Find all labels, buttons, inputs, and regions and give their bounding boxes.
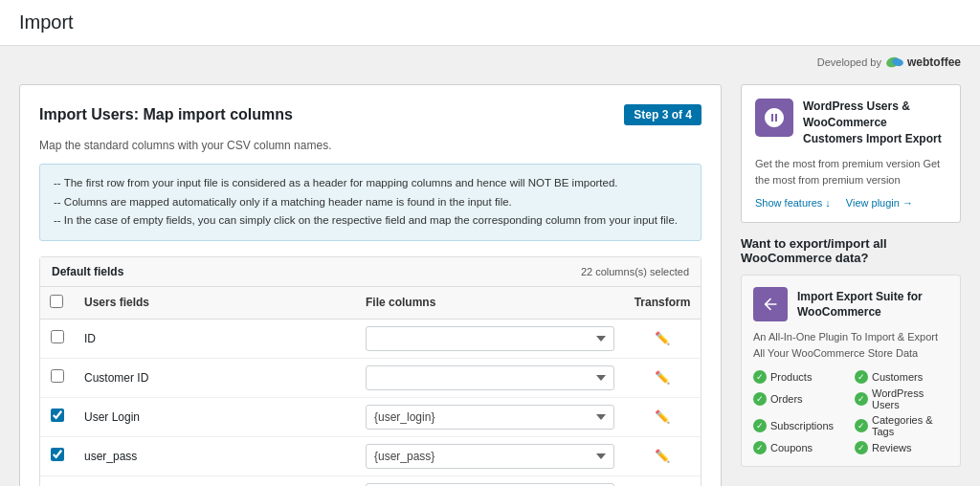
- row-transform-cell: ✏️: [624, 475, 701, 486]
- file-column-select[interactable]: {user_login}: [366, 405, 614, 430]
- col-transform-header: Transform: [624, 287, 701, 320]
- check-circle-icon: ✓: [753, 392, 767, 406]
- row-checkbox-cell: [40, 397, 75, 436]
- view-plugin-link[interactable]: View plugin →: [846, 197, 913, 209]
- info-line-2: -- Columns are mapped automatically only…: [54, 193, 687, 212]
- card-header: Import Users: Map import columns Step 3 …: [39, 104, 702, 125]
- row-field-name: user_pass: [75, 436, 356, 475]
- check-circle-icon: ✓: [855, 419, 868, 432]
- col-checkbox-header: [40, 287, 75, 320]
- arrow-right-icon: →: [902, 197, 913, 209]
- show-features-link[interactable]: Show features ↓: [755, 197, 831, 209]
- plugin-title: WordPress Users & WooCommerce Customers …: [803, 99, 947, 146]
- features-grid: ✓Products✓Customers✓Orders✓WordPress Use…: [753, 370, 948, 454]
- developed-by-label: Developed by: [817, 56, 881, 68]
- row-checkbox[interactable]: [51, 409, 64, 422]
- feature-item: ✓Products: [753, 370, 847, 384]
- row-checkbox-cell: [40, 436, 75, 475]
- feature-item: ✓Orders: [753, 387, 847, 410]
- row-checkbox-cell: [40, 319, 75, 358]
- webtoffee-logo: webtoffee: [885, 54, 961, 71]
- columns-section: Default fields 22 columns(s) selected Us…: [39, 256, 702, 486]
- table-row: user_pass{user_pass}✏️: [40, 436, 701, 475]
- row-field-name: user_nicename: [75, 475, 356, 486]
- arrow-down-icon: ↓: [825, 197, 831, 209]
- brand-name: webtoffee: [907, 55, 961, 69]
- file-column-select[interactable]: [366, 326, 614, 351]
- feature-label: WordPress Users: [872, 387, 948, 410]
- developed-by-bar: Developed by webtoffee: [0, 46, 980, 75]
- suite-description: An All-In-One Plugin To Import & Export …: [753, 329, 948, 361]
- info-line-3: -- In the case of empty fields, you can …: [54, 211, 687, 231]
- row-file-column-cell: [356, 358, 624, 397]
- feature-label: Subscriptions: [770, 420, 834, 431]
- file-column-select[interactable]: {user_nicename}: [366, 483, 614, 486]
- import-card: Import Users: Map import columns Step 3 …: [19, 84, 722, 486]
- columns-table: Users fields File columns Transform ID✏️…: [40, 287, 701, 486]
- columns-header: Default fields 22 columns(s) selected: [40, 257, 701, 287]
- feature-item: ✓Subscriptions: [753, 414, 847, 437]
- row-transform-cell: ✏️: [624, 397, 701, 436]
- feature-label: Categories & Tags: [872, 414, 948, 437]
- wordpress-users-plugin-icon: [755, 99, 793, 137]
- page-wrapper: Import Developed by webtoffee Import Use…: [0, 0, 980, 486]
- col-file-columns-header: File columns: [356, 287, 624, 320]
- transform-edit-icon[interactable]: ✏️: [655, 370, 670, 385]
- transform-edit-icon[interactable]: ✏️: [655, 449, 670, 463]
- default-fields-label: Default fields: [52, 265, 123, 278]
- row-file-column-cell: {user_login}: [356, 397, 624, 436]
- info-line-1: -- The first row from your input file is…: [54, 174, 687, 193]
- feature-item: ✓Categories & Tags: [855, 414, 948, 437]
- file-column-select[interactable]: [366, 365, 614, 390]
- file-column-select[interactable]: {user_pass}: [366, 444, 614, 469]
- check-circle-icon: ✓: [753, 370, 767, 384]
- row-field-name: ID: [75, 319, 356, 358]
- step-badge: Step 3 of 4: [624, 104, 702, 125]
- suite-header: Import Export Suite for WooCommerce: [753, 287, 948, 321]
- table-row: user_nicename{user_nicename}✏️: [40, 475, 701, 486]
- feature-item: ✓Coupons: [753, 441, 847, 454]
- table-row: User Login{user_login}✏️: [40, 397, 701, 436]
- plugin-links: Show features ↓ View plugin →: [755, 197, 947, 209]
- plugin-icon-svg: [763, 106, 786, 129]
- row-checkbox-cell: [40, 475, 75, 486]
- check-circle-icon: ✓: [753, 419, 767, 432]
- check-circle-icon: ✓: [855, 441, 868, 454]
- feature-label: Coupons: [770, 442, 813, 453]
- row-checkbox[interactable]: [51, 330, 64, 343]
- row-checkbox-cell: [40, 358, 75, 397]
- row-checkbox[interactable]: [51, 369, 64, 383]
- main-layout: Import Users: Map import columns Step 3 …: [0, 75, 980, 486]
- select-all-checkbox[interactable]: [50, 295, 63, 308]
- page-header: Import: [0, 0, 980, 46]
- row-file-column-cell: [356, 319, 624, 358]
- table-header-row: Users fields File columns Transform: [40, 287, 701, 320]
- map-description: Map the standard columns with your CSV c…: [39, 139, 702, 152]
- row-transform-cell: ✏️: [624, 319, 701, 358]
- row-file-column-cell: {user_pass}: [356, 436, 624, 475]
- col-users-fields-header: Users fields: [75, 287, 356, 320]
- woo-section-title: Want to export/import all WooCommerce da…: [741, 236, 961, 265]
- suite-title: Import Export Suite for WooCommerce: [797, 289, 948, 321]
- check-circle-icon: ✓: [855, 392, 868, 406]
- plugin-card: WordPress Users & WooCommerce Customers …: [741, 84, 961, 223]
- card-title: Import Users: Map import columns: [39, 106, 293, 123]
- columns-selected: 22 columns(s) selected: [581, 266, 689, 277]
- transform-edit-icon[interactable]: ✏️: [655, 331, 670, 345]
- check-circle-icon: ✓: [753, 441, 767, 454]
- row-field-name: User Login: [75, 397, 356, 436]
- right-panel: WordPress Users & WooCommerce Customers …: [741, 84, 961, 486]
- transform-edit-icon[interactable]: ✏️: [655, 409, 670, 424]
- feature-item: ✓Customers: [855, 370, 948, 384]
- table-row: Customer ID✏️: [40, 358, 701, 397]
- feature-item: ✓Reviews: [855, 441, 948, 454]
- page-title: Import: [19, 11, 961, 33]
- row-checkbox[interactable]: [51, 448, 64, 461]
- plugin-description: Get the most from premium version Get th…: [755, 156, 947, 188]
- row-transform-cell: ✏️: [624, 358, 701, 397]
- feature-label: Products: [770, 371, 812, 383]
- feature-label: Customers: [872, 371, 923, 383]
- table-row: ID✏️: [40, 319, 701, 358]
- plugin-header: WordPress Users & WooCommerce Customers …: [755, 99, 947, 146]
- webtoffee-logo-icon: [885, 54, 904, 71]
